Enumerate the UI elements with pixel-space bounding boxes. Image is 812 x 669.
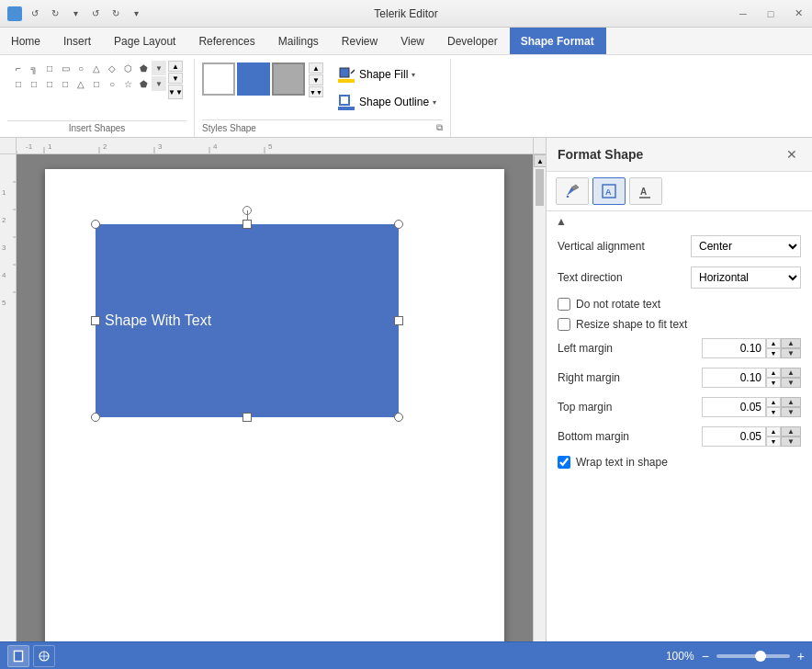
handle-top-left[interactable] [91, 220, 100, 229]
tab-home[interactable]: Home [0, 28, 52, 54]
handle-bottom-left[interactable] [91, 413, 100, 422]
zoom-in-button[interactable]: + [797, 649, 805, 663]
right-margin-down[interactable]: ▼ [766, 378, 781, 388]
shape-cell-5[interactable]: ○ [73, 61, 88, 75]
tab-references[interactable]: References [187, 28, 266, 54]
shape-cell-6[interactable]: △ [89, 61, 104, 75]
handle-top[interactable] [242, 220, 252, 229]
layout-web-button[interactable] [33, 645, 55, 667]
qa-extra2[interactable]: ↻ [107, 5, 125, 23]
styles-scroll-down[interactable]: ▼ [309, 74, 323, 85]
zoom-thumb[interactable] [755, 651, 766, 662]
maximize-button[interactable]: □ [757, 0, 784, 27]
panel-section-collapse[interactable]: ▲ [547, 211, 812, 232]
top-margin-big-up[interactable]: ▲ [781, 397, 801, 407]
right-margin-big-down[interactable]: ▼ [781, 378, 801, 388]
do-not-rotate-checkbox[interactable] [558, 298, 570, 311]
bottom-margin-input[interactable] [702, 426, 766, 447]
wrap-text-checkbox[interactable] [558, 456, 570, 469]
shape-cell-9[interactable]: ⬟ [136, 61, 151, 75]
bottom-margin-up[interactable]: ▲ [766, 426, 781, 437]
panel-tab-font[interactable]: A [629, 177, 662, 205]
shape-text[interactable]: Shape With Text [105, 312, 211, 329]
tab-page-layout[interactable]: Page Layout [103, 28, 187, 54]
right-margin-big-up[interactable]: ▲ [781, 368, 801, 378]
tab-review[interactable]: Review [331, 28, 389, 54]
top-margin-input[interactable] [702, 397, 766, 417]
zoom-out-button[interactable]: − [702, 649, 709, 663]
redo-button[interactable]: ↻ [46, 5, 64, 23]
bottom-margin-big-down[interactable]: ▼ [781, 437, 801, 447]
tab-shape-format[interactable]: Shape Format [510, 28, 606, 54]
bottom-margin-down[interactable]: ▼ [766, 437, 781, 447]
shape-box[interactable]: Shape With Text [96, 224, 399, 417]
shape-cell-2[interactable]: ╗ [27, 61, 41, 75]
styles-expand[interactable]: ▼▼ [309, 86, 323, 97]
shapes-scroll-expand[interactable]: ▼▼ [168, 85, 183, 99]
shapes-scroll-down-arrow[interactable]: ▼ [168, 73, 183, 84]
panel-tab-text[interactable]: A [592, 177, 626, 205]
shape-cell-15[interactable]: △ [73, 76, 88, 91]
style-swatch-3[interactable] [272, 62, 305, 96]
qa-extra1[interactable]: ↺ [86, 5, 105, 23]
qa-dropdown[interactable]: ▾ [66, 5, 85, 23]
vscroll-track[interactable] [534, 167, 546, 643]
vertical-alignment-select[interactable]: Center Top Middle Bottom [691, 235, 801, 257]
shapes-scroll-up[interactable]: ▲ [168, 61, 183, 72]
shape-cell-14[interactable]: □ [58, 76, 73, 91]
undo-button[interactable]: ↺ [26, 5, 44, 23]
left-margin-big-up[interactable]: ▲ [781, 338, 801, 348]
panel-close-button[interactable]: ✕ [783, 145, 801, 164]
text-direction-select[interactable]: Horizontal Vertical Rotate 90° Rotate 27… [691, 266, 801, 289]
shape-styles-expand-btn[interactable]: ⧉ [436, 122, 443, 133]
shape-cell-8[interactable]: ⬡ [120, 61, 135, 75]
shape-outline-arrow[interactable]: ▾ [433, 98, 436, 107]
shape-cell-19[interactable]: ⬟ [136, 76, 151, 91]
resize-shape-checkbox[interactable] [558, 318, 570, 331]
style-swatch-1[interactable] [202, 62, 235, 96]
handle-bottom[interactable] [242, 413, 252, 422]
top-margin-big-down[interactable]: ▼ [781, 407, 801, 417]
top-margin-down[interactable]: ▼ [766, 407, 781, 417]
top-margin-up[interactable]: ▲ [766, 397, 781, 407]
left-margin-big-down[interactable]: ▼ [781, 348, 801, 358]
vscroll-thumb[interactable] [536, 169, 544, 206]
shape-cell-13[interactable]: □ [42, 76, 57, 91]
shape-scroll-down[interactable]: ▼ [152, 61, 166, 75]
shape-fill-button[interactable]: Shape Fill ▾ [331, 62, 443, 86]
zoom-slider[interactable] [716, 654, 790, 658]
handle-bottom-right[interactable] [394, 413, 403, 422]
right-margin-input[interactable] [702, 368, 766, 388]
shape-cell-7[interactable]: ◇ [105, 61, 119, 75]
tab-view[interactable]: View [389, 28, 436, 54]
shape-fill-arrow[interactable]: ▾ [412, 71, 415, 79]
layout-print-button[interactable] [7, 645, 29, 667]
right-margin-up[interactable]: ▲ [766, 368, 781, 378]
minimize-button[interactable]: ─ [729, 0, 757, 27]
doc-scroll[interactable]: Shape With Text [17, 154, 533, 656]
shape-cell-12[interactable]: □ [27, 76, 41, 91]
bottom-margin-big-up[interactable]: ▲ [781, 426, 801, 437]
qa-more[interactable]: ▾ [127, 5, 145, 23]
handle-right[interactable] [394, 316, 403, 325]
shape-cell-11[interactable]: □ [11, 76, 26, 91]
tab-developer[interactable]: Developer [436, 28, 510, 54]
shape-scroll-more[interactable]: ▼ [152, 76, 166, 91]
left-margin-input[interactable] [702, 338, 766, 358]
panel-tab-fill[interactable] [556, 177, 589, 205]
shape-cell-1[interactable]: ⌐ [11, 61, 26, 75]
shape-cell-4[interactable]: ▭ [58, 61, 73, 75]
vscroll-up[interactable]: ▲ [534, 154, 546, 167]
shape-outline-button[interactable]: Shape Outline ▾ [331, 90, 443, 114]
left-margin-up[interactable]: ▲ [766, 338, 781, 348]
shape-cell-3[interactable]: □ [42, 61, 57, 75]
shape-cell-16[interactable]: □ [89, 76, 104, 91]
shape-with-selection[interactable]: Shape With Text [96, 224, 399, 417]
shape-cell-18[interactable]: ☆ [120, 76, 135, 91]
style-swatch-2[interactable] [237, 62, 270, 96]
close-button[interactable]: ✕ [784, 0, 812, 27]
handle-left[interactable] [91, 316, 100, 325]
handle-top-right[interactable] [394, 220, 403, 229]
left-margin-down[interactable]: ▼ [766, 348, 781, 358]
tab-insert[interactable]: Insert [52, 28, 103, 54]
